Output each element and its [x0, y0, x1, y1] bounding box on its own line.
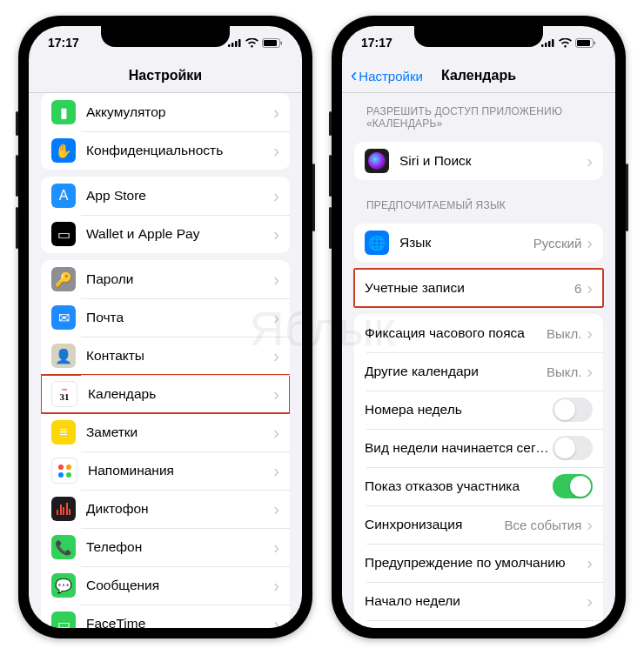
chevron-right-icon: ›	[273, 577, 279, 594]
nav-title: Календарь	[441, 68, 516, 84]
mail-icon: ✉	[51, 305, 76, 330]
svg-rect-12	[577, 40, 590, 46]
settings-group: 🌐ЯзыкРусский›	[354, 224, 603, 262]
row-label: Аккумулятор	[86, 104, 273, 120]
row-siri[interactable]: Siri и Поиск›	[354, 142, 603, 180]
settings-group: 🔑Пароли›✉Почта›👤Контакты›•••31Календарь›…	[41, 260, 290, 628]
row-wallet[interactable]: ▭Wallet и Apple Pay›	[41, 215, 290, 253]
row-notes[interactable]: ≡Заметки›	[41, 413, 290, 451]
wifi-icon	[245, 38, 258, 48]
settings-group: Фиксация часового поясаВыкл.›Другие кале…	[354, 314, 603, 628]
row-value: Выкл.	[547, 364, 581, 379]
row-messages[interactable]: 💬Сообщения›	[41, 566, 290, 605]
declines-toggle[interactable]	[553, 474, 593, 498]
svg-rect-2	[235, 41, 238, 47]
svg-rect-7	[541, 44, 544, 47]
settings-group: AApp Store›▭Wallet и Apple Pay›	[41, 177, 290, 253]
chevron-right-icon: ›	[587, 324, 593, 342]
row-label: Календарь	[88, 386, 273, 402]
row-week-start[interactable]: Начало недели›	[354, 582, 603, 620]
row-contacts[interactable]: 👤Контакты›	[41, 337, 290, 375]
row-value: 6	[574, 281, 581, 296]
nav-back-button[interactable]: ‹ Настройки	[351, 66, 423, 85]
phone-icon: 📞	[51, 535, 76, 559]
chevron-right-icon: ›	[273, 462, 279, 479]
row-mail[interactable]: ✉Почта›	[41, 298, 290, 337]
phone-right: 17:17 ‹ Настройки Календарь РАЗРЕШИТЬ ДО…	[332, 16, 626, 638]
chevron-right-icon: ›	[273, 309, 279, 326]
battery-icon: ▮	[51, 100, 76, 124]
chevron-right-icon: ›	[587, 234, 593, 251]
row-accounts[interactable]: Учетные записи6›	[354, 269, 603, 307]
row-privacy[interactable]: ✋Конфиденциальность›	[41, 131, 290, 170]
reminders-icon	[51, 458, 77, 484]
row-label: Конфиденциальность	[86, 143, 273, 158]
wifi-icon	[559, 38, 572, 48]
row-label: Фиксация часового пояса	[365, 325, 547, 341]
status-time: 17:17	[48, 36, 79, 50]
notes-icon: ≡	[51, 420, 76, 444]
contacts-icon: 👤	[51, 344, 76, 368]
row-label: FaceTime	[86, 616, 273, 628]
chevron-right-icon: ›	[273, 271, 279, 288]
row-value: Выкл.	[547, 326, 581, 341]
row-reminders[interactable]: Напоминания›	[41, 451, 290, 490]
row-language[interactable]: 🌐ЯзыкРусский›	[354, 224, 603, 262]
svg-rect-1	[231, 43, 234, 47]
row-label: Диктофон	[86, 501, 273, 517]
nav-title: Настройки	[129, 68, 202, 84]
status-indicators	[228, 38, 283, 48]
row-facetime[interactable]: ▭FaceTime›	[41, 605, 290, 628]
row-appstore[interactable]: AApp Store›	[41, 177, 290, 215]
svg-rect-0	[228, 44, 231, 47]
row-passwords[interactable]: 🔑Пароли›	[41, 260, 290, 298]
row-label: Синхронизация	[365, 517, 505, 532]
row-tzfix[interactable]: Фиксация часового поясаВыкл.›	[354, 314, 603, 352]
row-label: Начало недели	[365, 593, 587, 609]
row-label: Siri и Поиск	[399, 153, 587, 169]
battery-icon	[262, 38, 283, 48]
privacy-icon: ✋	[51, 138, 76, 163]
row-calendar[interactable]: •••31Календарь›	[41, 375, 290, 413]
notch	[414, 26, 543, 47]
svg-rect-13	[594, 41, 596, 44]
week-start-today-toggle[interactable]	[553, 436, 593, 460]
row-battery[interactable]: ▮Аккумулятор›	[41, 93, 290, 131]
svg-rect-3	[238, 39, 241, 47]
status-indicators	[541, 38, 596, 48]
chevron-left-icon: ‹	[351, 66, 357, 85]
week-num-toggle[interactable]	[553, 398, 593, 422]
section-header: ПРЕДПОЧИТАЕМЫЙ ЯЗЫК	[342, 187, 615, 217]
svg-rect-8	[545, 43, 547, 47]
row-week-start-today[interactable]: Вид недели начинается сегодня	[354, 429, 603, 467]
voicememos-icon	[51, 497, 76, 521]
svg-rect-10	[552, 39, 554, 47]
row-voicememos[interactable]: Диктофон›	[41, 490, 290, 528]
calendar-settings-list[interactable]: РАЗРЕШИТЬ ДОСТУП ПРИЛОЖЕНИЮ «КАЛЕНДАРЬ»S…	[342, 93, 615, 628]
row-phone[interactable]: 📞Телефон›	[41, 528, 290, 566]
settings-group: ▮Аккумулятор›✋Конфиденциальность›	[41, 93, 290, 170]
signal-icon	[228, 38, 242, 47]
row-other-cal[interactable]: Другие календариВыкл.›	[354, 352, 603, 391]
siri-icon	[365, 149, 389, 173]
chevron-right-icon: ›	[273, 225, 279, 243]
row-sync[interactable]: СинхронизацияВсе события›	[354, 505, 603, 544]
row-label: Предупреждение по умолчанию	[365, 555, 587, 571]
appstore-icon: A	[51, 184, 76, 208]
row-label: Номера недель	[365, 402, 553, 418]
settings-list[interactable]: ▮Аккумулятор›✋Конфиденциальность›AApp St…	[29, 93, 302, 628]
chevron-right-icon: ›	[587, 152, 593, 170]
row-default-alert[interactable]: Предупреждение по умолчанию›	[354, 544, 603, 582]
row-declines[interactable]: Показ отказов участника	[354, 467, 603, 505]
row-label: Контакты	[86, 348, 273, 364]
calendar-icon: •••31	[51, 381, 77, 407]
row-label: Вид недели начинается сегодня	[365, 440, 553, 456]
svg-rect-5	[264, 40, 277, 46]
row-week-num[interactable]: Номера недель	[354, 391, 603, 429]
settings-group: Учетные записи6›	[354, 269, 603, 307]
chevron-right-icon: ›	[587, 592, 593, 610]
row-label: Wallet и Apple Pay	[86, 226, 273, 242]
row-default-cal[interactable]: По умолчаниюСемья›	[354, 620, 603, 628]
row-label: App Store	[86, 188, 273, 204]
chevron-right-icon: ›	[587, 363, 593, 380]
